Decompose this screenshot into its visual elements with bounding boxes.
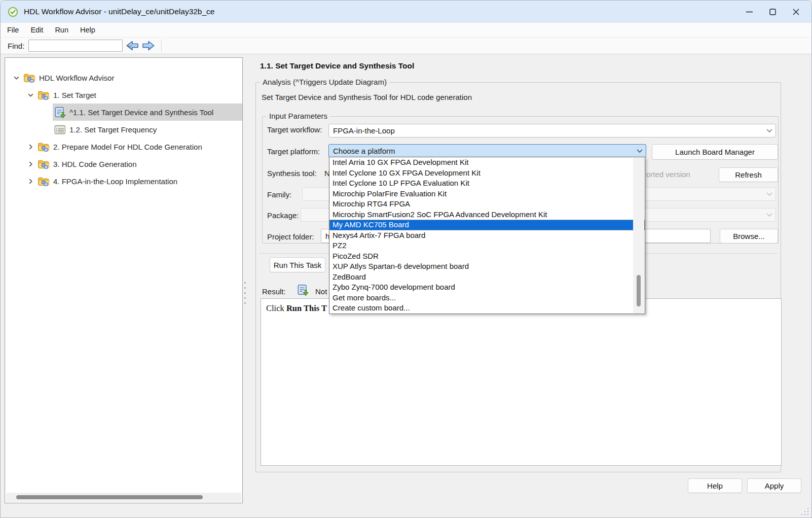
find-next-button[interactable]	[142, 40, 155, 52]
tree-item-body[interactable]: 1. Set Target	[36, 86, 242, 103]
dropdown-option[interactable]: Intel Cyclone 10 LP FPGA Evaluation Kit	[329, 178, 645, 189]
dropdown-option[interactable]: Get more boards...	[329, 293, 645, 303]
find-label: Find:	[8, 42, 24, 50]
apply-button[interactable]: Apply	[747, 478, 801, 493]
target-platform-value: Choose a platform	[329, 147, 634, 155]
toolbar-separator	[161, 40, 162, 52]
project-folder-label: Project folder:	[267, 232, 314, 241]
family-label: Family:	[267, 190, 291, 199]
tree-item-body[interactable]: ^1.1. Set Target Device and Synthesis To…	[53, 103, 242, 121]
task-heading: 1.1. Set Target Device and Synthesis Too…	[260, 61, 414, 71]
tree-item[interactable]: 1. Set Target	[5, 86, 242, 103]
tree-item-label: 1.2. Set Target Frequency	[69, 125, 157, 134]
tree-item-label: 4. FPGA-in-the-Loop Implementation	[53, 177, 177, 186]
folder-icon	[38, 89, 50, 101]
synthesis-tool-version-note: orted version	[646, 170, 690, 179]
task-result-icon	[297, 284, 309, 296]
dropdown-option[interactable]: Intel Cyclone 10 GX FPGA Development Kit	[329, 168, 645, 179]
tree-expander-icon[interactable]	[24, 141, 36, 153]
chevron-down-icon[interactable]	[634, 149, 646, 153]
tree-expander-icon[interactable]	[24, 158, 36, 170]
dropdown-option[interactable]: ZedBoard	[329, 272, 645, 283]
help-button[interactable]: Help	[688, 478, 742, 493]
main-content: HDL Workflow Advisor	[1, 54, 811, 517]
menu-item[interactable]: Edit	[25, 24, 48, 36]
dropdown-scrollbar-thumb[interactable]	[637, 275, 641, 306]
chevron-down-icon	[763, 192, 776, 196]
dropdown-option[interactable]: Zybo Zynq-7000 development board	[329, 282, 645, 293]
result-pane-text: Click Run This T	[266, 303, 327, 314]
tree-scrollbar-thumb[interactable]	[16, 495, 203, 499]
chevron-down-icon[interactable]	[127, 44, 132, 48]
close-button[interactable]	[784, 1, 807, 23]
find-input[interactable]	[29, 40, 127, 51]
task-description: Set Target Device and Synthesis Tool for…	[262, 93, 472, 101]
maximize-button[interactable]	[761, 1, 784, 23]
tree-item[interactable]: HDL Workflow Advisor	[5, 69, 242, 86]
task-icon	[54, 106, 66, 118]
window-resize-grip[interactable]	[800, 507, 808, 515]
dropdown-option[interactable]: Create custom board...	[329, 303, 645, 314]
dropdown-option[interactable]: Microchip PolarFire Evaluation Kit	[329, 189, 645, 199]
menu-item[interactable]: Run	[50, 24, 73, 36]
tree-item[interactable]: 1.2. Set Target Frequency	[5, 121, 242, 138]
dropdown-option[interactable]: Microchip RTG4 FPGA	[329, 199, 645, 210]
target-workflow-value: FPGA-in-the-Loop	[329, 126, 763, 135]
menu-item[interactable]: Help	[75, 24, 100, 36]
tree-item[interactable]: ^1.1. Set Target Device and Synthesis To…	[5, 103, 242, 121]
dropdown-option[interactable]: My AMD KC705 Board	[329, 220, 645, 230]
tree-item-body[interactable]: HDL Workflow Advisor	[22, 69, 242, 86]
title-bar: HDL Workflow Advisor - unitDelay_ce/unit…	[1, 1, 811, 23]
chevron-down-icon[interactable]	[763, 129, 776, 133]
list-icon	[54, 123, 66, 135]
launch-board-manager-button[interactable]: Launch Board Manager	[652, 144, 778, 160]
target-platform-dropdown-list: Intel Arria 10 GX FPGA Development Kit I…	[329, 157, 645, 314]
tree-horizontal-scrollbar[interactable]	[6, 493, 241, 502]
analysis-groupbox-legend: Analysis (^Triggers Update Diagram)	[260, 78, 389, 86]
folder-icon	[23, 72, 35, 84]
dropdown-option[interactable]: XUP Atlys Spartan-6 development board	[329, 261, 645, 272]
dropdown-option[interactable]: Microchip SmartFusion2 SoC FPGA Advanced…	[329, 210, 645, 220]
folder-icon	[38, 175, 50, 187]
tree-item-label: 2. Prepare Model For HDL Code Generation	[53, 143, 202, 151]
dropdown-option[interactable]: Nexys4 Artix-7 FPGA board	[329, 230, 645, 241]
menu-item[interactable]: File	[2, 24, 24, 36]
tree-item[interactable]: 4. FPGA-in-the-Loop Implementation	[5, 172, 242, 190]
input-parameters-legend: Input Parameters	[267, 112, 330, 120]
tree-expander-icon[interactable]	[24, 175, 36, 187]
chevron-down-icon	[763, 213, 776, 217]
result-label: Result:	[262, 287, 286, 296]
find-combobox[interactable]	[28, 40, 123, 52]
tree-item[interactable]: 3. HDL Code Generation	[5, 155, 242, 172]
target-platform-label: Target platform:	[267, 147, 320, 156]
run-this-task-button[interactable]: Run This Task	[270, 257, 325, 272]
dropdown-option[interactable]: Intel Arria 10 GX FPGA Development Kit	[329, 157, 645, 168]
tree-item-body[interactable]: 3. HDL Code Generation	[36, 155, 242, 172]
target-platform-combobox[interactable]: Choose a platform	[328, 144, 646, 158]
folder-icon	[38, 141, 50, 153]
minimize-button[interactable]	[737, 1, 761, 23]
tree-expander-icon[interactable]	[24, 89, 36, 101]
tree-item[interactable]: 2. Prepare Model For HDL Code Generation	[5, 138, 242, 155]
dropdown-option[interactable]: PZ2	[329, 240, 645, 251]
tree-item-body[interactable]: 4. FPGA-in-the-Loop Implementation	[36, 172, 242, 190]
find-toolbar: Find:	[1, 38, 811, 54]
hdl-workflow-advisor-window: HDL Workflow Advisor - unitDelay_ce/unit…	[0, 0, 812, 518]
result-pane: Click Run This T	[261, 298, 782, 466]
dropdown-option[interactable]: PicoZed SDR	[329, 251, 645, 262]
tree-item-body[interactable]: 2. Prepare Model For HDL Code Generation	[36, 138, 242, 155]
tree-expander-icon[interactable]	[10, 72, 22, 84]
result-status: Not	[315, 287, 327, 296]
browse-button[interactable]: Browse...	[720, 229, 778, 244]
synthesis-tool-label: Synthesis tool:	[267, 169, 317, 178]
target-workflow-label: Target workflow:	[267, 125, 322, 134]
refresh-button[interactable]: Refresh	[719, 167, 778, 182]
menu-bar: File Edit Run Help	[1, 23, 811, 38]
panel-splitter[interactable]	[241, 262, 248, 323]
dropdown-scrollbar[interactable]	[633, 158, 644, 313]
tree-item-body[interactable]: 1.2. Set Target Frequency	[53, 121, 242, 138]
window-title: HDL Workflow Advisor - unitDelay_ce/unit…	[24, 7, 214, 16]
tree-item-label: HDL Workflow Advisor	[39, 74, 114, 82]
target-workflow-combobox[interactable]: FPGA-in-the-Loop	[328, 124, 776, 137]
workflow-tree: HDL Workflow Advisor	[5, 58, 242, 190]
